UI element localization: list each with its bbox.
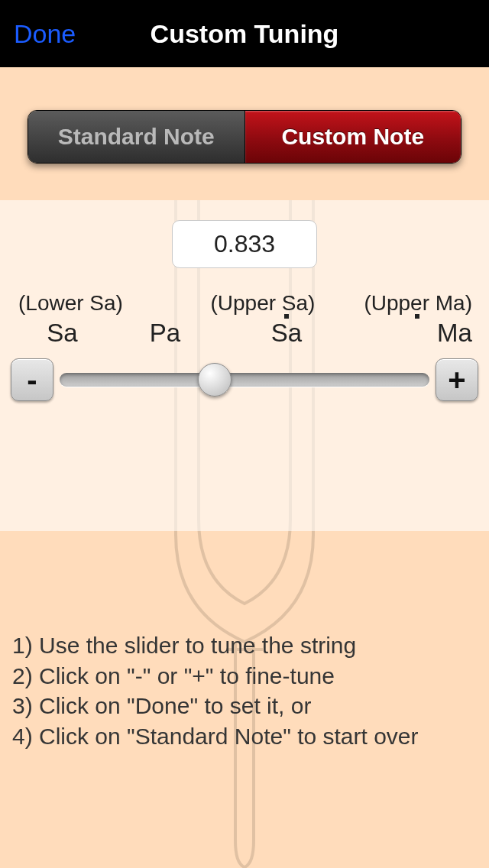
tick-ma-upper: Ma [437, 319, 472, 347]
tick-sa-upper: Sa [271, 319, 302, 347]
segment-standard-note[interactable]: Standard Note [28, 111, 245, 163]
increment-button[interactable]: + [436, 358, 478, 401]
instruction-line-3: 3) Click on "Done" to set it, or [12, 691, 477, 721]
tick-pa: Pa [150, 319, 180, 347]
instruction-line-4: 4) Click on "Standard Note" to start ove… [12, 721, 477, 752]
decrement-button[interactable]: - [11, 358, 53, 401]
tuning-slider[interactable] [60, 373, 429, 387]
label-upper-sa: (Upper Sa) [151, 291, 338, 316]
tuning-panel: 0.833 (Lower Sa) (Upper Sa) (Upper Ma) S… [0, 200, 489, 531]
label-lower-sa: (Lower Sa) [11, 291, 151, 316]
tuning-value-field[interactable]: 0.833 [172, 220, 317, 268]
instructions-text: 1) Use the slider to tune the string 2) … [0, 531, 489, 751]
note-mode-segmented: Standard Note Custom Note [28, 110, 461, 164]
slider-range-labels: (Lower Sa) (Upper Sa) (Upper Ma) [11, 291, 478, 316]
instruction-line-1: 1) Use the slider to tune the string [12, 630, 477, 661]
slider-thumb[interactable] [198, 363, 232, 397]
label-upper-ma: (Upper Ma) [338, 291, 478, 316]
done-button[interactable]: Done [14, 19, 76, 49]
navbar: Done Custom Tuning [0, 0, 489, 67]
tick-sa: Sa [47, 319, 77, 347]
slider-tick-labels: Sa Pa Sa Ma [11, 319, 478, 348]
instruction-line-2: 2) Click on "-" or "+" to fine-tune [12, 661, 477, 691]
page-title: Custom Tuning [151, 19, 339, 49]
segment-custom-note[interactable]: Custom Note [245, 111, 461, 163]
segmented-control-area: Standard Note Custom Note [0, 67, 489, 200]
